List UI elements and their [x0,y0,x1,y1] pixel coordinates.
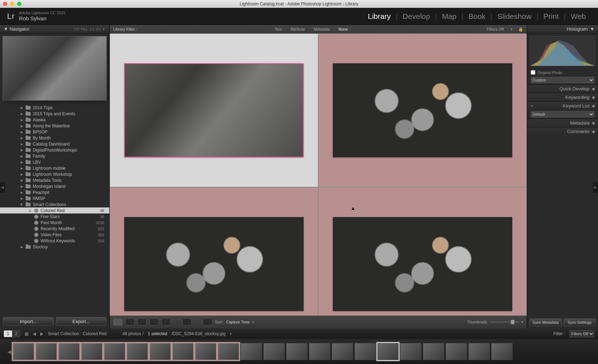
collection-set-row[interactable]: ▶Monhegan Island [0,183,109,189]
filter-text[interactable]: Text [273,26,283,32]
module-slideshow[interactable]: Slideshow [492,12,536,21]
nav-back-icon[interactable]: ◀ [33,331,36,336]
keywording-header[interactable]: Keywording◀ [527,93,598,101]
filmstrip-thumbnail[interactable] [241,343,262,360]
disclosure-triangle-icon[interactable]: ▶ [20,185,23,188]
disclosure-triangle-icon[interactable]: ▶ [20,148,23,152]
view-compare-icon[interactable] [137,318,147,326]
module-web[interactable]: Web [566,12,591,21]
navigator-preview[interactable] [3,36,106,100]
filter-metadata[interactable]: Metadata [312,26,331,32]
navigator-header[interactable]: ▼ Navigator FIT FILL 1:1 3:1 ▾ [0,25,109,33]
module-map[interactable]: Map [437,12,462,21]
original-photo-checkbox[interactable] [531,70,535,75]
export-button[interactable]: Export... [56,317,107,326]
photo-thumbnail[interactable] [333,63,512,157]
collection-set-row[interactable]: ▶Family [0,153,109,159]
collection-set-row[interactable]: ▶Peachpit [0,189,109,195]
collection-set-row[interactable]: ▶LBV [0,159,109,165]
disclosure-triangle-icon[interactable]: ▶ [20,179,23,182]
sync-metadata-button[interactable]: Sync Metadata [529,318,562,326]
quick-develop-header[interactable]: Quick Develop◀ [527,84,598,93]
sort-menu-icon[interactable]: ▾ [252,320,254,324]
disclosure-triangle-icon[interactable]: ▶ [20,124,23,128]
nav-forward-icon[interactable]: ▶ [40,331,43,336]
filter-none[interactable]: None [337,26,349,32]
histogram-header[interactable]: Histogram ▼ [527,25,598,33]
filmstrip-left-icon[interactable]: ◀ [7,348,11,355]
metadata-preset-select[interactable]: Default [531,111,594,117]
filter-attribute[interactable]: Attribute [289,26,306,32]
collapse-left-icon[interactable]: ◀ [0,182,5,193]
collection-set-row[interactable]: ▶RMSP [0,195,109,201]
filter-lock-icon[interactable]: 🔒 [518,27,523,32]
disclosure-triangle-icon[interactable]: ▶ [20,130,23,134]
disclosure-triangle-icon[interactable]: ▶ [20,160,23,164]
view-loupe-icon[interactable] [125,318,135,326]
disclosure-triangle-icon[interactable]: ▶ [20,173,23,176]
view-people-icon[interactable] [162,318,171,326]
grid-cell[interactable] [318,33,527,187]
smart-collection-row[interactable]: ▶Recently Modified522 [0,226,109,232]
add-keyword-icon[interactable]: + [531,103,534,109]
filmstrip-thumbnail[interactable] [468,343,490,360]
filmstrip-thumbnail[interactable] [127,343,148,360]
sort-value[interactable]: Capture Time [226,320,250,324]
photo-thumbnail[interactable] [124,217,304,311]
nav-fill[interactable]: FILL [80,27,89,31]
collection-set-row[interactable]: ▶Along the Waterline [0,123,109,129]
disclosure-triangle-icon[interactable]: ▶ [20,106,23,110]
collection-set-row[interactable]: ▶Stocksy [0,244,109,250]
disclosure-triangle-icon[interactable]: ▶ [20,112,23,116]
grid-cell[interactable] [318,187,527,316]
metadata-header[interactable]: Metadata◀ [527,118,598,127]
filename-menu-icon[interactable]: ▾ [230,332,232,336]
filmstrip[interactable]: ◀ [0,339,598,364]
nav-1to1[interactable]: 1:1 [89,27,95,31]
thumbnail-size-slider[interactable] [490,321,519,323]
toolbar-menu-icon[interactable]: ▾ [521,320,523,324]
filmstrip-thumbnail[interactable] [81,343,103,360]
filmstrip-thumbnail[interactable] [400,343,421,360]
comments-header[interactable]: Comments◀ [527,127,598,136]
filmstrip-thumbnail[interactable] [218,343,239,360]
treatment-select[interactable]: Custom [531,77,594,83]
smart-collection-row[interactable]: ▶Video Files368 [0,232,109,238]
filmstrip-thumbnail[interactable] [36,343,57,360]
disclosure-triangle-icon[interactable]: ▶ [20,118,23,122]
zoom-window-icon[interactable] [17,2,21,6]
disclosure-triangle-icon[interactable]: ▶ [20,167,23,170]
collection-set-row[interactable]: ▶BPSOP [0,129,109,135]
original-photo-row[interactable]: Original Photo [527,69,598,76]
import-button[interactable]: Import... [3,317,54,326]
grid-toggle-icon[interactable]: ▦ [25,331,28,336]
filter-preset-select[interactable]: Filters Off [570,330,594,337]
disclosure-triangle-icon[interactable]: ▶ [20,197,23,200]
filmstrip-thumbnail[interactable] [58,343,80,360]
module-develop[interactable]: Develop [398,12,435,21]
grid-cell[interactable] [110,187,318,316]
filmstrip-thumbnail[interactable] [309,343,330,360]
filmstrip-thumbnail[interactable] [263,343,285,360]
collection-set-row[interactable]: ▶Lightroom Workshop [0,171,109,177]
module-book[interactable]: Book [463,12,491,21]
grid-cell[interactable] [110,33,318,187]
collection-set-row[interactable]: ▶Metadata Tools [0,177,109,183]
filmstrip-thumbnail[interactable] [195,343,216,360]
module-library[interactable]: Library [363,12,395,21]
filmstrip-thumbnail[interactable] [286,343,308,360]
close-window-icon[interactable] [3,2,7,6]
disclosure-triangle-icon[interactable]: ▶ [20,136,23,140]
smart-collection-row[interactable]: ▶Five Stars36 [0,213,109,220]
collection-set-row[interactable]: ▶Alaska [0,117,109,123]
filters-off[interactable]: Filters Off [486,26,505,32]
collection-set-row[interactable]: ▶Catalog Dashboard [0,141,109,147]
collection-set-row[interactable]: ▶Lightroom mobile [0,165,109,171]
disclosure-triangle-icon[interactable]: ▶ [20,245,23,249]
photo-thumbnail[interactable] [124,63,304,157]
nav-ratio-menu-icon[interactable]: ▾ [102,27,106,31]
collection-set-row[interactable]: ▶2015 Trips and Events [0,111,109,117]
filter-chevron-icon[interactable]: ▾ [511,27,513,31]
filmstrip-thumbnail[interactable] [377,343,399,360]
smart-collections-row[interactable]: ▶Smart Collections [0,201,109,207]
